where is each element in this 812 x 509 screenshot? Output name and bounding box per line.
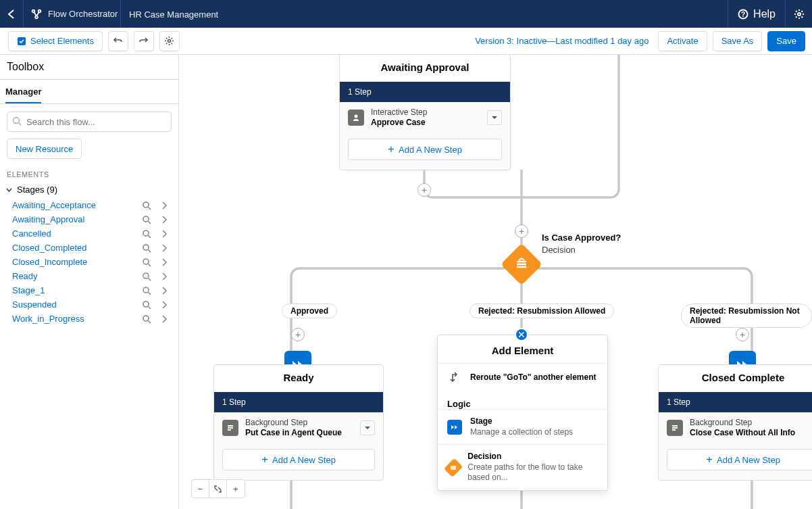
chevron-right-icon[interactable]: [159, 243, 169, 253]
add-node-button[interactable]: +: [291, 328, 305, 341]
activate-button[interactable]: Activate: [658, 31, 707, 51]
add-node-button[interactable]: +: [417, 183, 431, 197]
chevron-down-icon: [5, 186, 13, 193]
chevron-right-icon[interactable]: [159, 201, 169, 210]
step-count: 1 Step: [340, 82, 510, 102]
search-icon[interactable]: [142, 215, 151, 224]
search-icon[interactable]: [142, 314, 151, 324]
add-node-button[interactable]: +: [515, 224, 528, 238]
new-resource-button[interactable]: New Resource: [7, 139, 82, 159]
chevron-right-icon[interactable]: [159, 272, 169, 281]
chevron-right-icon[interactable]: [159, 300, 169, 310]
background-step-icon: [222, 420, 238, 436]
tab-manager[interactable]: Manager: [5, 80, 41, 103]
search-input[interactable]: [7, 112, 172, 132]
chevron-right-icon[interactable]: [159, 258, 169, 267]
svg-text:?: ?: [741, 11, 745, 18]
tree-item-stage: Work_in_Progress: [4, 312, 174, 326]
chevron-right-icon[interactable]: [159, 215, 169, 224]
card-ready[interactable]: Ready 1 Step Background StepPut Case in …: [213, 364, 384, 481]
popover-option-stage[interactable]: StageManage a collection of steps: [438, 409, 607, 444]
svg-point-17: [143, 316, 149, 321]
zoom-fit-button[interactable]: [209, 480, 227, 498]
help-icon: ?: [738, 9, 748, 20]
back-button[interactable]: [0, 0, 24, 28]
stage-link[interactable]: Closed_Completed: [12, 243, 138, 253]
card-title: Ready: [214, 365, 383, 392]
svg-point-11: [143, 231, 149, 236]
search-icon[interactable]: [142, 272, 151, 281]
stage-icon: [447, 420, 462, 435]
zoom-out-button[interactable]: −: [192, 480, 209, 498]
stage-link[interactable]: Awaiting_Acceptance: [12, 200, 138, 210]
help-button[interactable]: ? Help: [728, 0, 785, 28]
tree-group-stages[interactable]: Stages (9): [4, 181, 174, 198]
search-icon[interactable]: [142, 243, 151, 253]
select-elements-button[interactable]: Select Elements: [8, 31, 103, 51]
brand: Flow Orchestrator: [24, 0, 121, 28]
step-menu-button[interactable]: [360, 420, 375, 435]
svg-point-15: [143, 287, 149, 293]
interactive-step-icon: [348, 110, 364, 126]
undo-button[interactable]: [108, 31, 128, 51]
svg-point-10: [143, 216, 149, 222]
search-icon[interactable]: [142, 258, 151, 267]
step-row[interactable]: Background StepClose Case Without All In…: [659, 412, 812, 443]
stage-link[interactable]: Cancelled: [12, 228, 138, 239]
toolbar: Select Elements Version 3: Inactive—Last…: [0, 28, 812, 55]
sidebar: Toolbox Manager New Resource ELEMENTS St…: [0, 55, 179, 509]
svg-point-0: [32, 9, 35, 12]
popover-option-reroute[interactable]: Reroute "GoTo" another element: [438, 363, 607, 392]
save-button[interactable]: Save: [767, 31, 805, 51]
chevron-down-icon: [364, 425, 371, 431]
tree-item-stage: Awaiting_Acceptance: [4, 198, 174, 212]
chevron-right-icon[interactable]: [159, 286, 169, 295]
card-closed-complete[interactable]: Closed Complete 1 Step Background StepCl…: [658, 364, 812, 481]
tree-item-stage: Awaiting_Approval: [4, 212, 174, 226]
step-count: 1 Step: [214, 392, 383, 412]
zoom-controls: − +: [191, 479, 245, 498]
add-step-button[interactable]: +Add A New Step: [222, 449, 375, 470]
redo-button[interactable]: [134, 31, 154, 51]
orchestrator-icon: [30, 8, 43, 20]
step-row[interactable]: Background StepPut Case in Agent Queue: [214, 412, 383, 443]
stage-link[interactable]: Ready: [12, 271, 138, 281]
svg-point-16: [143, 301, 149, 307]
stage-link[interactable]: Awaiting_Approval: [12, 214, 138, 224]
select-icon: [17, 37, 26, 46]
card-title: Closed Complete: [659, 365, 812, 392]
search-icon[interactable]: [142, 300, 151, 310]
canvas[interactable]: Awaiting Approval 1 Step Interactive Ste…: [179, 55, 812, 509]
add-node-button[interactable]: +: [736, 328, 749, 341]
svg-point-2: [35, 16, 38, 18]
stage-link[interactable]: Work_in_Progress: [12, 314, 138, 324]
decision-node[interactable]: [501, 243, 542, 285]
popover-option-decision[interactable]: DecisionCreate paths for the flow to tak…: [438, 444, 607, 490]
step-menu-button[interactable]: [487, 110, 502, 125]
stage-link[interactable]: Stage_1: [12, 285, 138, 295]
settings-toolbar-button[interactable]: [159, 31, 180, 51]
add-step-button[interactable]: +Add A New Step: [667, 449, 812, 470]
fit-icon: [213, 485, 222, 493]
chevron-right-icon[interactable]: [159, 314, 169, 324]
save-as-button[interactable]: Save As: [713, 31, 763, 51]
search-icon[interactable]: [142, 201, 151, 210]
card-title: Awaiting Approval: [340, 55, 510, 82]
settings-button[interactable]: [785, 0, 812, 28]
search-icon[interactable]: [142, 229, 151, 239]
stage-link[interactable]: Suspended: [12, 299, 138, 310]
svg-point-1: [39, 9, 41, 12]
chevron-right-icon[interactable]: [159, 229, 169, 239]
stage-link[interactable]: Closed_Incomplete: [12, 257, 138, 267]
tree-item-stage: Stage_1: [4, 283, 174, 297]
search-icon[interactable]: [142, 286, 151, 295]
svg-point-18: [355, 115, 358, 118]
svg-point-13: [143, 259, 149, 264]
decision-label: Is Case Approved? Decision: [542, 233, 621, 255]
svg-point-12: [143, 245, 149, 250]
step-row[interactable]: Interactive StepApprove Case: [340, 102, 510, 133]
add-step-button[interactable]: +Add A New Step: [348, 139, 502, 160]
close-popover-button[interactable]: ✕: [515, 328, 528, 341]
zoom-in-button[interactable]: +: [227, 480, 245, 498]
card-awaiting-approval[interactable]: Awaiting Approval 1 Step Interactive Ste…: [339, 55, 511, 170]
